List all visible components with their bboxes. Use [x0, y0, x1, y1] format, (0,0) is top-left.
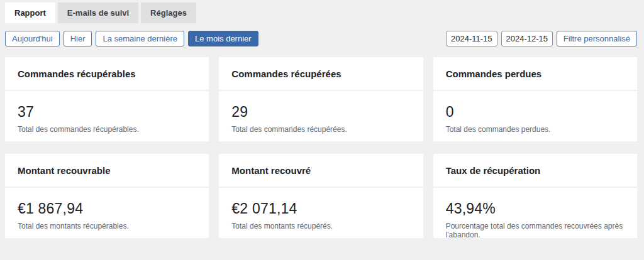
card-title: Commandes perdues: [446, 68, 542, 79]
card-value: 43,94%: [446, 200, 625, 217]
stats-grid: Commandes récupérables 37 Total des comm…: [5, 57, 637, 238]
tab-reglages[interactable]: Réglages: [141, 3, 196, 23]
card-recovery-rate: Taux de récupération 43,94% Pourcentage …: [433, 154, 637, 238]
card-description: Total des commandes perdues.: [446, 125, 625, 134]
card-title: Taux de récupération: [446, 165, 541, 176]
card-description: Total des montants récupérables.: [18, 222, 196, 230]
card-description: Pourcentage total des commandes recouvré…: [446, 222, 625, 239]
tab-emails-de-suivi[interactable]: E-mails de suivi: [58, 3, 138, 23]
card-recovered-amount: Montant recouvré €2 071,14 Total des mon…: [219, 154, 423, 238]
custom-filter-button[interactable]: Filtre personnalisé: [557, 31, 637, 46]
card-recoverable-amount: Montant recouvrable €1 867,94 Total des …: [5, 154, 209, 238]
card-title: Montant recouvré: [231, 165, 311, 176]
filter-last-week-button[interactable]: La semaine dernière: [96, 31, 184, 46]
card-value: €1 867,94: [18, 200, 196, 217]
card-recoverable-orders: Commandes récupérables 37 Total des comm…: [5, 57, 209, 141]
date-from-input[interactable]: [446, 31, 497, 46]
filter-row: Aujourd'hui Hier La semaine dernière Le …: [0, 23, 644, 46]
tab-bar: Rapport E-mails de suivi Réglages: [0, 0, 644, 23]
filter-yesterday-button[interactable]: Hier: [64, 31, 92, 46]
custom-filter-group: Filtre personnalisé: [446, 31, 637, 46]
card-description: Total des montants récupérés.: [231, 222, 410, 230]
card-value: 29: [231, 104, 410, 120]
card-title: Commandes récupérées: [231, 68, 341, 79]
card-title: Montant recouvrable: [18, 165, 111, 176]
date-to-input[interactable]: [501, 31, 553, 46]
tab-rapport[interactable]: Rapport: [5, 3, 55, 23]
filter-today-button[interactable]: Aujourd'hui: [5, 31, 60, 46]
card-description: Total des commandes récupérées.: [231, 125, 410, 134]
card-description: Total des commandes récupérables.: [18, 125, 196, 134]
filter-last-month-button[interactable]: Le mois dernier: [188, 31, 258, 46]
card-value: 0: [446, 104, 625, 120]
card-lost-orders: Commandes perdues 0 Total des commandes …: [433, 57, 637, 141]
card-recovered-orders: Commandes récupérées 29 Total des comman…: [219, 57, 423, 141]
card-value: €2 071,14: [231, 200, 410, 217]
card-value: 37: [18, 104, 196, 120]
card-title: Commandes récupérables: [18, 68, 136, 79]
